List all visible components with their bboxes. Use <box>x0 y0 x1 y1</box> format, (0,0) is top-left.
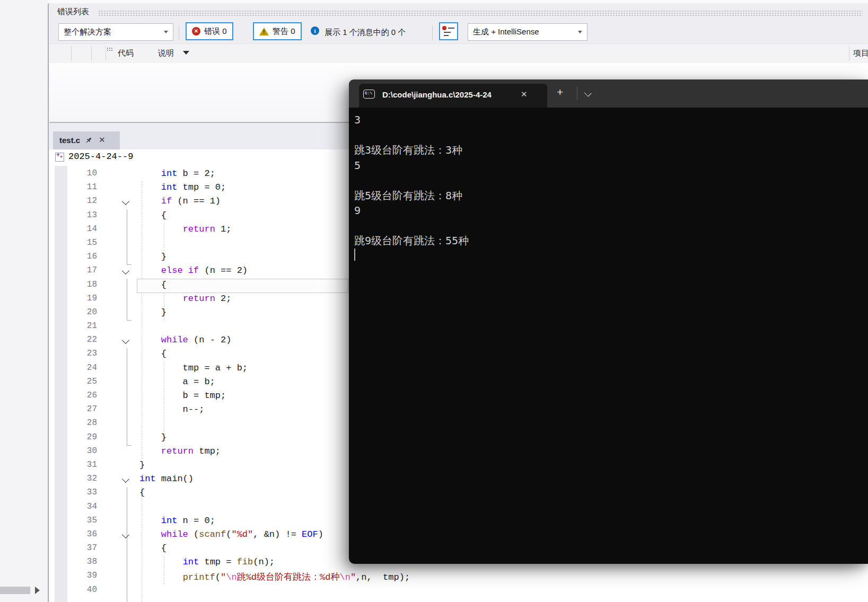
terminal-titlebar[interactable]: C:\ D:\code\jianghua.c\2025-4-24 ✕ + <box>349 79 868 108</box>
code-text: return 2; <box>139 294 231 304</box>
line-number: 37 <box>65 543 97 553</box>
code-text: int tmp = 0; <box>139 182 226 192</box>
filter-button[interactable] <box>439 22 458 40</box>
line-number: 22 <box>65 335 97 344</box>
source-filter-dropdown[interactable]: 生成 + IntelliSense <box>468 23 588 41</box>
terminal-output-line: 跳9级台阶有跳法：55种 <box>354 233 469 249</box>
terminal-lines: 3跳3级台阶有跳法：3种5跳5级台阶有跳法：8种9跳9级台阶有跳法：55种 <box>354 112 469 249</box>
terminal-output[interactable]: 3跳3级台阶有跳法：3种5跳5级台阶有跳法：8种9跳9级台阶有跳法：55种 <box>349 108 868 564</box>
titlebar-separator <box>577 86 577 100</box>
code-text: int b = 2; <box>139 169 215 179</box>
line-number: 25 <box>65 377 97 386</box>
column-header-description[interactable]: 说明 <box>158 48 174 58</box>
scope-filter-value: 整个解决方案 <box>64 27 111 37</box>
tab-label: test.c <box>59 136 80 145</box>
error-icon: ✕ <box>192 27 200 36</box>
line-number: 30 <box>65 446 97 456</box>
warnings-toggle-button[interactable]: ! 警告 0 <box>253 22 302 40</box>
collapsed-region-text[interactable]: 2025-4-24--9 <box>68 152 133 162</box>
terminal-window: C:\ D:\code\jianghua.c\2025-4-24 ✕ + 3跳3… <box>349 79 868 564</box>
column-header-project[interactable]: 项目 <box>853 48 868 58</box>
tab-dropdown-icon[interactable] <box>584 89 591 96</box>
severity-column-icon[interactable] <box>107 47 113 52</box>
code-text: int main() <box>139 474 194 484</box>
errors-toggle-button[interactable]: ✕ 错误 0 <box>186 22 233 40</box>
filter-red-dot-icon <box>442 26 446 30</box>
scope-filter-dropdown[interactable]: 整个解决方案 <box>58 23 173 41</box>
code-text: while (scanf("%d", &n) != EOF) <box>139 529 323 539</box>
line-number: 23 <box>65 349 97 358</box>
vs-ide-screen: 错误列表 整个解决方案 ✕ 错误 0 ! 警告 0 i 展示 1 个消息中的 0… <box>0 0 868 602</box>
pin-icon[interactable] <box>85 137 92 144</box>
code-text: } <box>139 252 166 262</box>
code-text: { <box>139 488 145 498</box>
current-line-highlight <box>137 279 348 293</box>
error-list-titlebar[interactable]: 错误列表 <box>49 3 868 22</box>
toolbar-separator <box>432 25 433 40</box>
messages-toggle[interactable]: 展示 1 个消息中的 0 个 <box>325 28 406 38</box>
code-text: tmp = a + b; <box>139 363 248 373</box>
code-text: int tmp = fib(n); <box>139 557 275 567</box>
left-tool-panel <box>0 0 49 602</box>
terminal-tab-close-icon[interactable]: ✕ <box>521 90 528 99</box>
expand-region-icon[interactable]: ++ <box>55 153 64 162</box>
terminal-output-line <box>354 173 469 188</box>
terminal-output-line: 3 <box>354 112 469 128</box>
column-divider[interactable] <box>71 46 72 61</box>
code-line-40[interactable]: 40 <box>49 584 868 598</box>
terminal-tab[interactable]: C:\ D:\code\jianghua.c\2025-4-24 ✕ <box>359 84 547 108</box>
collapse-chevron-icon[interactable] <box>122 531 129 538</box>
line-number: 28 <box>65 418 97 428</box>
line-number: 16 <box>65 252 97 261</box>
tab-close-icon[interactable]: ✕ <box>99 135 106 145</box>
code-text: b = tmp; <box>139 391 226 401</box>
line-number: 14 <box>65 224 97 234</box>
warning-icon: ! <box>259 28 269 36</box>
column-divider[interactable] <box>91 46 92 61</box>
line-number: 17 <box>65 265 97 275</box>
line-number: 35 <box>65 516 97 525</box>
line-number: 40 <box>65 585 97 595</box>
line-number: 24 <box>65 363 97 373</box>
scrollbar-thumb[interactable] <box>0 587 30 594</box>
collapse-chevron-icon[interactable] <box>122 198 129 205</box>
column-divider[interactable] <box>849 46 849 61</box>
tab-test-c[interactable]: test.c ✕ <box>53 131 120 149</box>
code-text: else if (n == 2) <box>139 265 248 276</box>
code-text: while (n - 2) <box>139 335 231 345</box>
code-text: { <box>139 210 166 220</box>
terminal-output-line <box>354 218 469 234</box>
line-number: 34 <box>65 502 97 511</box>
description-filter-icon[interactable] <box>183 51 189 55</box>
line-number: 39 <box>65 571 97 580</box>
code-text: printf("\n跳%d级台阶有跳法：%d种\n",n, tmp); <box>139 571 410 583</box>
code-text: return tmp; <box>139 446 221 456</box>
code-text: int n = 0; <box>139 516 215 526</box>
code-text: a = b; <box>139 377 215 387</box>
error-list-toolbar: 整个解决方案 ✕ 错误 0 ! 警告 0 i 展示 1 个消息中的 0 个 <box>49 22 868 43</box>
line-number: 18 <box>65 280 97 289</box>
collapse-chevron-icon[interactable] <box>122 267 129 275</box>
code-text: if (n == 1) <box>139 196 221 206</box>
horizontal-scrollbar[interactable] <box>0 585 47 597</box>
drag-grip[interactable] <box>98 10 863 16</box>
info-icon: i <box>311 26 319 35</box>
column-divider[interactable] <box>106 46 106 61</box>
collapse-chevron-icon[interactable] <box>122 475 129 483</box>
terminal-cursor <box>354 249 355 261</box>
column-header-code[interactable]: 代码 <box>118 48 134 58</box>
collapse-chevron-icon[interactable] <box>122 337 129 344</box>
new-tab-button[interactable]: + <box>557 86 563 99</box>
code-text: } <box>139 460 145 470</box>
chevron-down-icon <box>164 31 168 33</box>
line-number: 29 <box>65 432 97 442</box>
scrollbar-right-arrow-icon[interactable] <box>35 587 40 594</box>
terminal-output-line <box>354 128 469 143</box>
line-number: 19 <box>65 294 97 303</box>
code-text: { <box>139 349 166 359</box>
panel-title: 错误列表 <box>57 7 89 17</box>
line-number: 20 <box>65 307 97 317</box>
terminal-tab-title: D:\code\jianghua.c\2025-4-24 <box>382 90 492 99</box>
code-line-39[interactable]: 39 printf("\n跳%d级台阶有跳法：%d种\n",n, tmp); <box>49 570 868 583</box>
line-number: 11 <box>65 182 97 192</box>
